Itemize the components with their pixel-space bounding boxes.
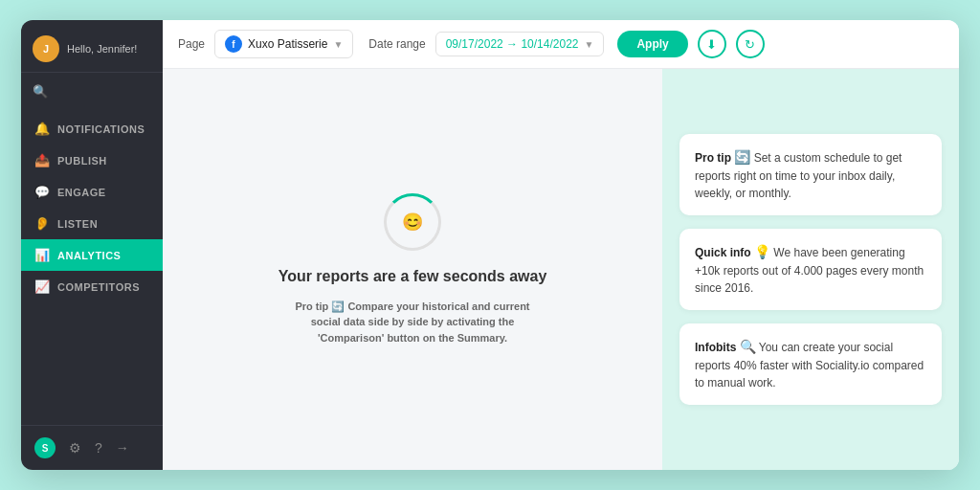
listen-icon: 👂 [34, 216, 50, 231]
sidebar-item-publish[interactable]: 📤 Publish [21, 145, 163, 176]
center-pro-tip: Pro tip 🔄 Compare your historical and cu… [288, 299, 537, 346]
content-body: Your reports are a few seconds away Pro … [163, 69, 959, 470]
date-range-selector[interactable]: 09/17/2022 → 10/14/2022 ▼ [435, 32, 605, 56]
date-range-value: 09/17/2022 → 10/14/2022 [446, 37, 579, 51]
publish-icon: 📤 [34, 153, 50, 167]
apply-button[interactable]: Apply [617, 31, 687, 57]
sidebar-item-label-notifications: Notifications [57, 123, 145, 135]
toolbar: Page f Xuxo Patisserie ▼ Date range 09/1… [163, 20, 959, 69]
infobits-card: Infobits 🔍 You can create your social re… [679, 323, 942, 405]
engage-icon: 💬 [34, 185, 50, 199]
page-chevron-icon: ▼ [333, 39, 343, 50]
logout-icon[interactable]: → [116, 440, 129, 456]
page-name: Xuxo Patisserie [248, 37, 327, 51]
main-content: Page f Xuxo Patisserie ▼ Date range 09/1… [163, 20, 959, 470]
help-icon[interactable]: ? [95, 440, 102, 456]
refresh-button[interactable]: ↻ [736, 30, 765, 58]
settings-icon[interactable]: ⚙ [69, 440, 81, 456]
sidebar: J Hello, Jennifer! 🔍 🔔 Notifications 📤 P… [21, 20, 163, 470]
app-container: J Hello, Jennifer! 🔍 🔔 Notifications 📤 P… [21, 20, 959, 470]
page-selector[interactable]: f Xuxo Patisserie ▼ [214, 30, 353, 58]
search-icon: 🔍 [33, 84, 48, 99]
reports-title: Your reports are a few seconds away [278, 268, 547, 285]
sidebar-item-notifications[interactable]: 🔔 Notifications [21, 113, 163, 145]
download-button[interactable]: ⬇ [698, 30, 726, 58]
pro-tip-card-title: Pro tip [695, 151, 731, 165]
refresh-icon: ↻ [745, 37, 755, 52]
avatar: J [33, 35, 59, 62]
page-facebook-icon: f [225, 35, 242, 53]
sidebar-item-label-competitors: Competitors [57, 281, 140, 293]
pro-tip-icon: 🔄 [331, 301, 347, 312]
quick-info-card-title: Quick info [695, 246, 751, 259]
sidebar-item-listen[interactable]: 👂 Listen [21, 208, 163, 239]
sidebar-nav: 🔔 Notifications 📤 Publish 💬 Engage 👂 Lis… [21, 109, 163, 425]
sidebar-footer: S ⚙ ? → [21, 425, 163, 470]
analytics-icon: 📊 [34, 248, 50, 262]
sidebar-search[interactable]: 🔍 [21, 73, 163, 109]
download-icon: ⬇ [706, 37, 717, 52]
date-range-chevron-icon: ▼ [584, 39, 593, 50]
sidebar-item-analytics[interactable]: 📊 Analytics [21, 239, 163, 271]
right-panel: Pro tip 🔄 Set a custom schedule to get r… [662, 69, 959, 470]
loading-spinner [384, 193, 441, 251]
pro-tip-card-icon: 🔄 [734, 149, 750, 165]
sidebar-item-competitors[interactable]: 📈 Competitors [21, 271, 163, 302]
sidebar-hello-text: Hello, Jennifer! [67, 43, 137, 55]
app-logo: S [34, 437, 56, 458]
sidebar-item-label-engage: Engage [57, 187, 106, 198]
date-range-label: Date range [368, 37, 425, 51]
competitors-icon: 📈 [34, 279, 50, 294]
pro-tip-label: Pro tip [295, 301, 328, 312]
quick-info-card-icon: 💡 [754, 244, 770, 259]
sidebar-item-engage[interactable]: 💬 Engage [21, 176, 163, 208]
quick-info-card: Quick info 💡 We have been generating +10… [679, 229, 942, 310]
infobits-card-icon: 🔍 [740, 339, 756, 354]
sidebar-item-label-analytics: Analytics [57, 250, 121, 261]
infobits-card-title: Infobits [695, 341, 736, 354]
notifications-icon: 🔔 [34, 122, 50, 136]
center-panel: Your reports are a few seconds away Pro … [163, 69, 662, 470]
pro-tip-card: Pro tip 🔄 Set a custom schedule to get r… [679, 134, 942, 215]
sidebar-item-label-listen: Listen [57, 218, 98, 230]
page-label: Page [178, 37, 205, 51]
sidebar-item-label-publish: Publish [57, 155, 107, 167]
sidebar-header: J Hello, Jennifer! [21, 20, 163, 73]
